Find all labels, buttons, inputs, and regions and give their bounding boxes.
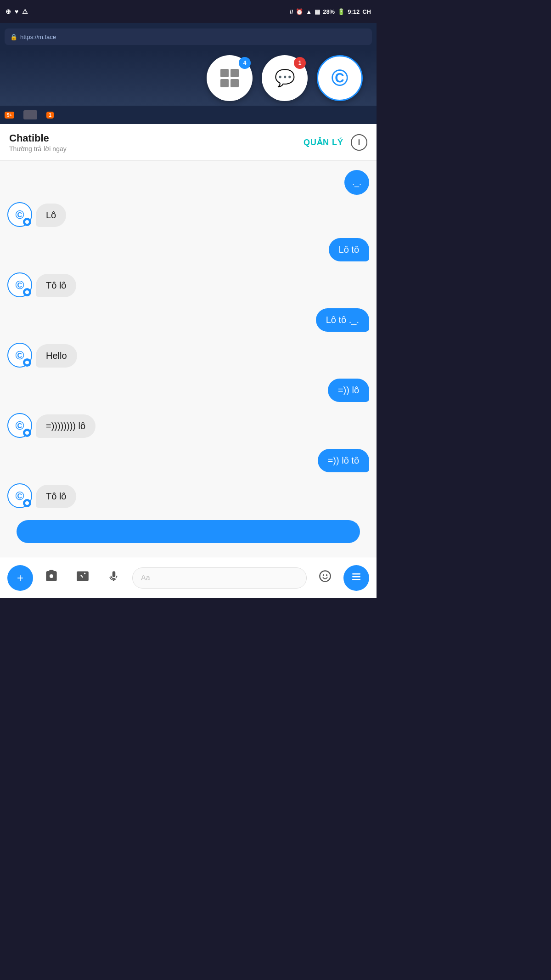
- url-text: https://m.face: [20, 34, 56, 40]
- bubble-text-1: ._.: [352, 178, 361, 187]
- svg-point-0: [320, 571, 330, 581]
- outgoing-bubble-7: =)) lô: [328, 379, 369, 402]
- bubble-text-3: Lô tô: [339, 244, 359, 255]
- windows-float-btn[interactable]: 4: [207, 55, 253, 101]
- emoji-button[interactable]: [312, 565, 338, 591]
- notif-strip: 9+ 1: [0, 106, 377, 124]
- image-icon: [76, 570, 89, 586]
- messenger-dot-4: [23, 288, 31, 296]
- floating-buttons-area: 4 1 💬 ©: [0, 51, 377, 106]
- windows-badge: 4: [239, 57, 251, 69]
- svg-rect-4: [352, 576, 360, 578]
- status-left-icons: ⊕ ♥ ⚠: [6, 8, 28, 15]
- chat-header: Chatible Thường trả lời ngay QUẢN LÝ i: [0, 124, 377, 161]
- incoming-bubble-8: =)))))))) lô: [36, 414, 96, 438]
- message-row-8: © =)))))))) lô: [7, 413, 369, 438]
- svg-rect-3: [352, 573, 360, 575]
- incoming-bubble-2: Lô: [36, 204, 66, 227]
- bubble-text-10: Tô lô: [46, 491, 66, 501]
- messenger-dot-2: [23, 218, 31, 226]
- message-row-2: © Lô: [7, 202, 369, 227]
- avatar-10: ©: [7, 483, 32, 508]
- bubble-text-9: =)) lô tô: [328, 455, 359, 465]
- avatar-4: ©: [7, 272, 32, 297]
- header-actions: QUẢN LÝ i: [304, 134, 367, 151]
- bubble-text-8: =)))))))) lô: [46, 421, 85, 431]
- notif-badge-1: 9+: [5, 112, 14, 119]
- message-row-3: Lô tô: [7, 238, 369, 261]
- outgoing-bubble-9: =)) lô tô: [318, 449, 369, 472]
- messenger-dot-8: [23, 429, 31, 437]
- incoming-bubble-10: Tô lô: [36, 485, 76, 508]
- bubble-text-5: Lô tô ._.: [326, 315, 359, 325]
- avatar-8: ©: [7, 413, 32, 438]
- plus-icon: +: [17, 572, 23, 584]
- menu-icon: [351, 571, 362, 585]
- region-display: CH: [362, 8, 371, 15]
- battery-percent: 28%: [323, 8, 335, 15]
- mic-icon: [108, 570, 120, 585]
- incoming-bubble-4: Tô lô: [36, 274, 76, 297]
- chat-title: Chatible: [9, 132, 67, 144]
- message-row-9: =)) lô tô: [7, 449, 369, 472]
- info-button[interactable]: i: [351, 134, 367, 151]
- input-placeholder: Aa: [141, 574, 150, 582]
- message-row-7: =)) lô: [7, 379, 369, 402]
- message-row-10: © Tô lô: [7, 483, 369, 508]
- image-button[interactable]: [70, 565, 96, 591]
- alarm-icon: ⏰: [296, 8, 303, 15]
- header-info: Chatible Thường trả lời ngay: [9, 132, 67, 153]
- windows-icon: [220, 69, 239, 87]
- message-row-1: ._.: [7, 170, 369, 195]
- camera-icon: [45, 570, 58, 586]
- url-bar[interactable]: 🔒 https://m.face: [5, 28, 372, 45]
- bubble-text-7: =)) lô: [338, 385, 359, 395]
- menu-button[interactable]: [343, 565, 369, 591]
- messenger-dot-10: [23, 499, 31, 507]
- add-button[interactable]: +: [7, 565, 33, 591]
- bubble-text-6: Hello: [46, 351, 67, 361]
- emoji-icon: [319, 570, 332, 586]
- bubble-text-2: Lô: [46, 210, 56, 220]
- message-row-6: © Hello: [7, 343, 369, 368]
- message-row-4: © Tô lô: [7, 272, 369, 297]
- camera-button[interactable]: [39, 565, 64, 591]
- mic-button[interactable]: [101, 565, 127, 591]
- avatar-6: ©: [7, 343, 32, 368]
- incoming-bubble-6: Hello: [36, 344, 77, 368]
- avatar-2: ©: [7, 202, 32, 227]
- settings-icon: ⊕: [6, 8, 11, 15]
- svg-rect-5: [352, 579, 360, 580]
- bar-icon: [23, 110, 37, 119]
- messenger-badge: 1: [294, 57, 306, 69]
- status-bar: ⊕ ♥ ⚠ // ⏰ ▲ ▦ 28% 🔋 9:12 CH: [0, 0, 377, 23]
- messenger-float-btn[interactable]: 1 💬: [262, 55, 308, 101]
- bubble-text-4: Tô lô: [46, 280, 66, 290]
- svg-point-1: [323, 574, 325, 576]
- outgoing-bubble-1: ._.: [344, 170, 369, 195]
- browser-bar: 🔒 https://m.face: [0, 23, 377, 51]
- sim-icon: ▦: [315, 8, 320, 15]
- chat-subtitle: Thường trả lời ngay: [9, 145, 67, 153]
- status-right-info: // ⏰ ▲ ▦ 28% 🔋 9:12 CH: [290, 8, 371, 15]
- chat-container: Chatible Thường trả lời ngay QUẢN LÝ i .…: [0, 124, 377, 598]
- chatible-float-btn[interactable]: ©: [317, 55, 363, 101]
- chatible-logo-icon: ©: [332, 65, 349, 91]
- messenger-icon: 💬: [275, 68, 295, 88]
- signal-icon: //: [290, 8, 293, 15]
- message-row-5: Lô tô ._.: [7, 308, 369, 332]
- time-display: 9:12: [348, 8, 360, 15]
- bottom-toolbar: + Aa: [0, 557, 377, 598]
- warning-icon: ⚠: [22, 8, 28, 15]
- notif-badge-2: 1: [46, 112, 54, 119]
- blue-bar-indicator: [17, 520, 360, 543]
- outgoing-bubble-5: Lô tô ._.: [316, 308, 369, 332]
- chat-messages: ._. © Lô Lô tô © Tô lô: [0, 161, 377, 557]
- svg-point-2: [326, 574, 328, 576]
- lock-icon: 🔒: [10, 34, 17, 40]
- outgoing-bubble-3: Lô tô: [329, 238, 369, 261]
- manage-button[interactable]: QUẢN LÝ: [304, 137, 343, 147]
- message-input[interactable]: Aa: [132, 567, 307, 589]
- wifi-icon: ▲: [306, 8, 312, 15]
- battery-icon: 🔋: [337, 8, 345, 15]
